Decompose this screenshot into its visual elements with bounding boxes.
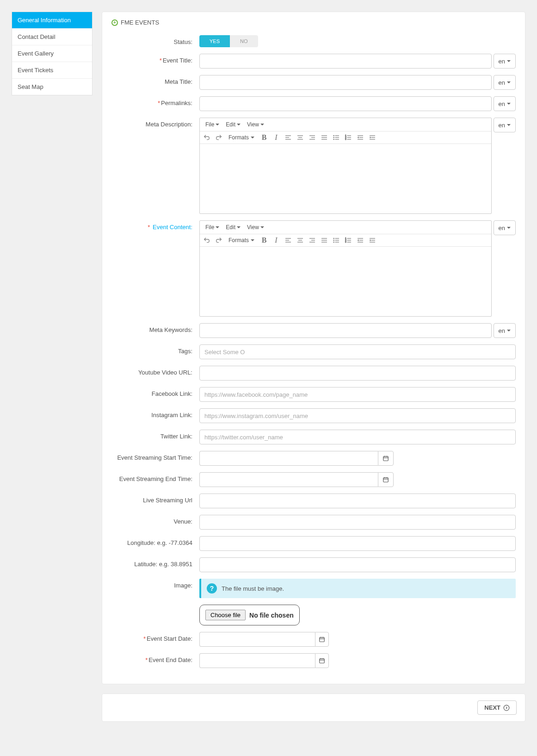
italic-icon[interactable]: I — [272, 133, 280, 142]
bold-icon[interactable]: B — [260, 133, 268, 142]
no-file-text: No file chosen — [249, 612, 294, 619]
venue-label: Venue: — [111, 515, 199, 530]
event-content-label: * Event Content: — [111, 220, 199, 317]
venue-input[interactable] — [199, 515, 516, 530]
live-url-input[interactable] — [199, 494, 516, 508]
svg-point-46 — [333, 242, 334, 242]
panel-title: + FME EVENTS — [111, 19, 516, 26]
indent-icon[interactable] — [368, 133, 377, 142]
plus-icon: + — [111, 19, 118, 26]
bullet-list-icon[interactable] — [332, 133, 340, 142]
align-right-icon[interactable] — [308, 236, 316, 244]
meta-description-label: Meta Description: — [111, 118, 199, 214]
sidebar-item-event-tickets[interactable]: Event Tickets — [12, 62, 92, 79]
event-content-textarea[interactable] — [200, 247, 491, 316]
chevron-down-icon — [251, 239, 254, 241]
outdent-icon[interactable] — [356, 133, 364, 142]
file-input[interactable]: Choose file No file chosen — [199, 605, 300, 625]
editor-edit-menu[interactable]: Edit — [223, 120, 243, 129]
twitter-input[interactable] — [199, 430, 516, 444]
calendar-icon — [383, 476, 389, 483]
redo-icon[interactable] — [215, 133, 223, 142]
youtube-input[interactable] — [199, 366, 516, 381]
sidebar-item-contact-detail[interactable]: Contact Detail — [12, 29, 92, 45]
redo-icon[interactable] — [215, 236, 223, 244]
meta-description-lang-button[interactable]: en — [494, 118, 516, 132]
align-right-icon[interactable] — [308, 133, 316, 142]
svg-rect-72 — [320, 659, 325, 663]
align-justify-icon[interactable] — [320, 236, 328, 244]
formats-dropdown[interactable]: Formats — [227, 133, 256, 142]
editor-file-menu[interactable]: File — [203, 223, 222, 232]
numbered-list-icon[interactable]: 123 — [344, 133, 352, 142]
end-date-datepicker-button[interactable] — [315, 653, 329, 668]
arrow-right-icon — [503, 705, 510, 711]
chevron-down-icon — [507, 124, 511, 126]
undo-icon[interactable] — [203, 133, 211, 142]
chevron-down-icon — [507, 227, 511, 229]
italic-icon[interactable]: I — [272, 236, 280, 244]
meta-description-textarea[interactable] — [200, 144, 491, 213]
undo-icon[interactable] — [203, 236, 211, 244]
svg-point-42 — [333, 238, 334, 238]
event-title-input[interactable] — [199, 54, 492, 69]
outdent-icon[interactable] — [356, 236, 364, 244]
choose-file-button[interactable]: Choose file — [205, 610, 246, 620]
image-info-box: ? The file must be image. — [199, 579, 516, 598]
bullet-list-icon[interactable] — [332, 236, 340, 244]
instagram-label: Instagram Link: — [111, 408, 199, 423]
stream-end-datepicker-button[interactable] — [378, 472, 394, 487]
align-center-icon[interactable] — [296, 133, 304, 142]
editor-view-menu[interactable]: View — [244, 223, 267, 232]
chevron-down-icon — [237, 124, 241, 125]
bold-icon[interactable]: B — [260, 236, 268, 244]
align-justify-icon[interactable] — [320, 133, 328, 142]
editor-edit-menu[interactable]: Edit — [223, 223, 243, 232]
start-date-label: *Event Start Date: — [111, 632, 199, 647]
longitude-input[interactable] — [199, 536, 516, 551]
sidebar-item-seat-map[interactable]: Seat Map — [12, 79, 92, 95]
meta-title-input[interactable] — [199, 75, 492, 90]
chevron-down-icon — [216, 226, 219, 228]
meta-title-lang-button[interactable]: en — [494, 75, 516, 90]
status-toggle[interactable]: YES NO — [199, 35, 258, 47]
formats-dropdown[interactable]: Formats — [227, 236, 256, 244]
align-center-icon[interactable] — [296, 236, 304, 244]
status-yes[interactable]: YES — [199, 35, 230, 47]
stream-start-datepicker-button[interactable] — [378, 451, 394, 466]
chevron-down-icon — [507, 103, 511, 105]
calendar-icon — [383, 455, 389, 462]
tags-label: Tags: — [111, 344, 199, 359]
svg-point-12 — [333, 135, 334, 136]
align-left-icon[interactable] — [284, 133, 292, 142]
event-title-label: *Event Title: — [111, 54, 199, 69]
next-button[interactable]: NEXT — [477, 700, 517, 715]
meta-keywords-input[interactable] — [199, 323, 492, 338]
meta-keywords-label: Meta Keywords: — [111, 323, 199, 338]
event-title-lang-button[interactable]: en — [494, 54, 516, 69]
sidebar-item-event-gallery[interactable]: Event Gallery — [12, 45, 92, 62]
permalinks-lang-button[interactable]: en — [494, 96, 516, 111]
event-content-lang-button[interactable]: en — [494, 220, 516, 235]
editor-file-menu[interactable]: File — [203, 120, 222, 129]
stream-start-input[interactable] — [199, 451, 378, 466]
chevron-down-icon — [507, 330, 511, 331]
align-left-icon[interactable] — [284, 236, 292, 244]
stream-end-input[interactable] — [199, 472, 378, 487]
svg-text:3: 3 — [345, 241, 346, 243]
sidebar-item-general-information[interactable]: General Information — [12, 12, 92, 29]
end-date-input[interactable] — [199, 653, 315, 668]
facebook-input[interactable] — [199, 387, 516, 402]
status-no[interactable]: NO — [230, 35, 258, 47]
tags-input[interactable] — [199, 344, 516, 359]
meta-title-label: Meta Title: — [111, 75, 199, 90]
numbered-list-icon[interactable]: 123 — [344, 236, 352, 244]
start-date-input[interactable] — [199, 632, 315, 647]
editor-view-menu[interactable]: View — [244, 120, 267, 129]
indent-icon[interactable] — [368, 236, 377, 244]
meta-keywords-lang-button[interactable]: en — [494, 323, 516, 338]
start-date-datepicker-button[interactable] — [315, 632, 329, 647]
instagram-input[interactable] — [199, 408, 516, 423]
latitude-input[interactable] — [199, 557, 516, 572]
permalinks-input[interactable] — [199, 96, 492, 111]
